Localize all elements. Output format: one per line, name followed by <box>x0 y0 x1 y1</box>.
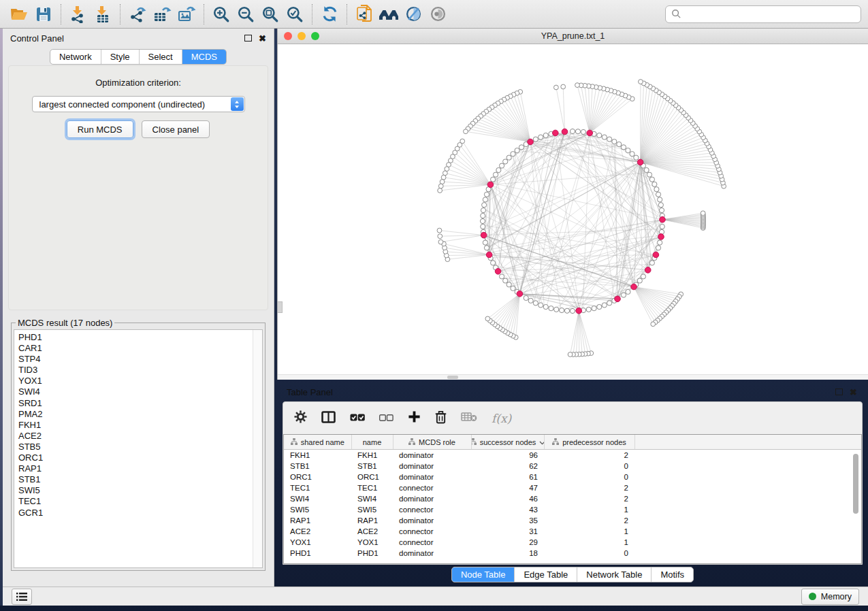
zoom-in-button[interactable] <box>209 3 234 26</box>
table-row[interactable]: SWI5SWI5connector431 <box>284 504 861 515</box>
network-vertical-scroll-thumb[interactable] <box>278 301 283 313</box>
refresh-view-button[interactable] <box>317 3 342 26</box>
network-horizontal-scroll-thumb[interactable] <box>447 376 458 379</box>
close-panel-button[interactable]: Close panel <box>142 120 210 138</box>
save-session-button[interactable] <box>31 3 56 26</box>
mcds-list-scrollbar[interactable] <box>253 330 262 567</box>
mcds-result-item[interactable]: TEC1 <box>18 496 253 507</box>
control-panel-title: Control Panel <box>10 33 64 44</box>
close-panel-icon[interactable]: ✖ <box>259 34 266 43</box>
hide-graphics-details-button[interactable] <box>401 3 425 26</box>
delete-table-icon <box>461 412 477 422</box>
table-row[interactable]: PHD1PHD1dominator180 <box>284 548 861 559</box>
share-document-button[interactable] <box>352 3 376 26</box>
show-graphics-details-button[interactable] <box>425 3 450 26</box>
show-columns-button[interactable] <box>321 411 336 426</box>
optimization-criterion-label: Optimization criterion: <box>9 78 268 88</box>
tab-select[interactable]: Select <box>139 50 182 64</box>
table-scroll-thumb[interactable] <box>853 454 858 514</box>
mcds-result-item[interactable]: PMA2 <box>18 409 253 420</box>
mcds-result-item[interactable]: STB1 <box>18 474 253 485</box>
toolbar-separator <box>347 4 347 24</box>
close-table-panel-icon[interactable]: ✖ <box>850 388 857 397</box>
tab-style[interactable]: Style <box>101 50 139 64</box>
column-header-predecessor-nodes[interactable]: predecessor nodes <box>544 435 634 450</box>
table-settings-button[interactable] <box>294 410 307 426</box>
tree-icon <box>552 438 559 446</box>
mcds-result-item[interactable]: GCR1 <box>18 508 253 518</box>
delete-table-button[interactable] <box>461 412 477 425</box>
refresh-icon <box>321 5 338 22</box>
chevron-down-icon <box>539 438 544 446</box>
network-titlebar[interactable]: YPA_prune.txt_1 <box>278 29 868 44</box>
table-tab-network-table[interactable]: Network Table <box>577 567 651 582</box>
mcds-result-item[interactable]: STB5 <box>18 442 253 452</box>
task-history-button[interactable] <box>12 589 32 605</box>
tab-network[interactable]: Network <box>50 50 101 64</box>
window-maximize-button[interactable] <box>311 32 319 40</box>
network-graph[interactable] <box>278 44 867 380</box>
network-canvas[interactable] <box>278 44 868 380</box>
gear-icon <box>294 410 307 423</box>
deselect-all-button[interactable] <box>379 412 393 425</box>
mcds-result-item[interactable]: SWI5 <box>18 485 253 496</box>
window-close-button[interactable] <box>284 32 292 40</box>
mcds-result-item[interactable]: CAR1 <box>18 343 253 354</box>
mcds-result-item[interactable]: TID3 <box>18 365 253 376</box>
table-tab-edge-table[interactable]: Edge Table <box>514 567 577 582</box>
select-all-button[interactable] <box>350 412 365 425</box>
column-header-successor-nodes[interactable]: successor nodes <box>471 435 544 450</box>
table-tab-motifs[interactable]: Motifs <box>651 567 693 582</box>
column-header-shared-name[interactable]: shared name <box>284 435 351 450</box>
mcds-result-item[interactable]: ORC1 <box>18 452 253 463</box>
export-table-button[interactable] <box>150 3 174 26</box>
search-box[interactable] <box>665 5 861 23</box>
window-minimize-button[interactable] <box>298 32 306 40</box>
search-network-button[interactable] <box>376 3 401 26</box>
open-file-button[interactable] <box>7 3 31 26</box>
mcds-result-item[interactable]: PHD1 <box>18 332 253 343</box>
search-input[interactable] <box>686 9 855 20</box>
table-row[interactable]: SWI4SWI4dominator462 <box>284 493 861 504</box>
zoom-out-button[interactable] <box>234 3 258 26</box>
table-row[interactable]: STB1STB1dominator620 <box>284 461 861 472</box>
mcds-result-item[interactable]: ACE2 <box>18 431 253 442</box>
mcds-result-item[interactable]: SRD1 <box>18 398 253 409</box>
zoom-selected-button[interactable] <box>283 3 307 26</box>
table-tab-node-table[interactable]: Node Table <box>452 567 515 582</box>
delete-row-button[interactable] <box>435 410 447 427</box>
open-folder-icon <box>10 6 28 22</box>
table-row[interactable]: ACE2ACE2connector311 <box>284 526 861 537</box>
import-network-button[interactable] <box>66 3 91 26</box>
table-row[interactable]: FKH1FKH1dominator962 <box>284 450 861 461</box>
table-scrollbar[interactable] <box>852 451 859 561</box>
mcds-result-item[interactable]: YOX1 <box>18 376 253 386</box>
mcds-result-item[interactable]: SWI4 <box>18 386 253 397</box>
table-row[interactable]: YOX1YOX1connector291 <box>284 537 861 548</box>
run-mcds-button[interactable]: Run MCDS <box>67 120 133 138</box>
toolbar-separator <box>61 4 61 24</box>
export-image-button[interactable] <box>174 3 199 26</box>
column-header-name[interactable]: name <box>351 435 393 450</box>
table-row[interactable]: TEC1TEC1connector472 <box>284 482 861 493</box>
export-network-button[interactable] <box>125 3 150 26</box>
memory-button[interactable]: Memory <box>801 589 859 605</box>
add-row-button[interactable] <box>408 410 421 426</box>
mcds-result-item[interactable]: FKH1 <box>18 420 253 431</box>
table-header-row[interactable]: shared namenameMCDS rolesuccessor nodesp… <box>284 435 861 450</box>
import-table-button[interactable] <box>91 3 115 26</box>
criterion-dropdown[interactable]: largest connected component (undirected) <box>32 96 245 112</box>
search-icon <box>671 9 681 19</box>
tab-mcds[interactable]: MCDS <box>182 50 226 64</box>
mcds-result-item[interactable]: RAP1 <box>18 463 253 474</box>
column-header-MCDS-role[interactable]: MCDS role <box>393 435 471 450</box>
table-row[interactable]: RAP1RAP1dominator352 <box>284 515 861 526</box>
table-row[interactable]: ORC1ORC1dominator610 <box>284 472 861 482</box>
function-builder-button[interactable]: f(x) <box>492 412 511 425</box>
float-panel-icon[interactable] <box>244 35 252 42</box>
table-panel-tabs: Node TableEdge TableNetwork TableMotifs <box>451 567 694 582</box>
network-horizontal-scrollbar[interactable] <box>278 374 868 380</box>
float-table-panel-icon[interactable] <box>835 389 843 395</box>
mcds-result-item[interactable]: STP4 <box>18 354 253 365</box>
zoom-fit-button[interactable] <box>258 3 283 26</box>
